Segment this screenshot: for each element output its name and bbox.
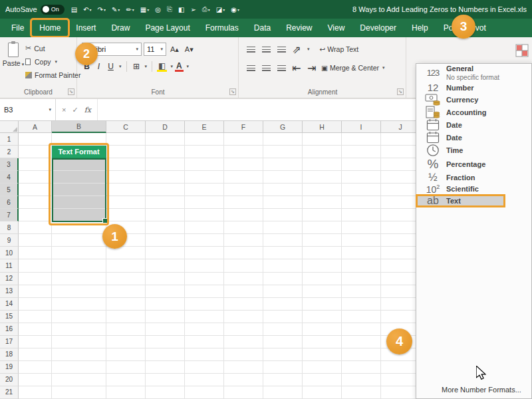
cell-H18[interactable]	[303, 348, 342, 361]
tab-review[interactable]: Review	[279, 20, 319, 36]
people-icon[interactable]: ◉▾	[231, 6, 239, 13]
cell-J2[interactable]	[381, 146, 420, 158]
cell-H10[interactable]	[303, 247, 342, 259]
cell-I10[interactable]	[342, 247, 381, 259]
cell-D14[interactable]	[146, 298, 185, 311]
cell-F2[interactable]	[224, 146, 263, 158]
underline-button[interactable]: U	[106, 62, 116, 71]
row-header-16[interactable]: 16	[0, 323, 19, 336]
column-header-A[interactable]: A	[19, 121, 52, 133]
cell-E14[interactable]	[185, 298, 224, 311]
cell-B12[interactable]	[52, 273, 106, 285]
cell-A16[interactable]	[19, 323, 52, 336]
cell-C3[interactable]	[106, 158, 146, 171]
tab-data[interactable]: Data	[247, 20, 278, 36]
cell-E8[interactable]	[185, 221, 224, 234]
cut-button[interactable]: ✂ Cut	[25, 43, 80, 53]
cell-H11[interactable]	[303, 259, 342, 272]
cell-E2[interactable]	[185, 146, 224, 158]
cell-H20[interactable]	[303, 374, 342, 386]
undo-icon[interactable]: ↶▾	[83, 6, 91, 13]
increase-font-icon[interactable]: A▴	[168, 45, 181, 55]
row-header-5[interactable]: 5	[0, 184, 19, 196]
printer-icon[interactable]: ⎙▾	[202, 5, 210, 13]
cell-E3[interactable]	[185, 158, 224, 171]
align-bottom-icon[interactable]	[275, 43, 287, 55]
cell-H15[interactable]	[303, 311, 342, 323]
font-size-select[interactable]: 11▾	[144, 43, 166, 56]
cell-C11[interactable]	[106, 259, 146, 272]
borders-button[interactable]: ⊞	[132, 62, 142, 71]
cell-A21[interactable]	[19, 386, 52, 399]
cell-G2[interactable]	[263, 146, 303, 158]
cell-G7[interactable]	[263, 209, 303, 221]
cell-C2[interactable]	[106, 146, 146, 158]
format-option-accounting[interactable]: Accounting	[416, 106, 531, 118]
row-header-2[interactable]: 2	[0, 146, 19, 158]
cell-D10[interactable]	[146, 247, 185, 259]
cell-C4[interactable]	[106, 171, 146, 184]
format-option-general[interactable]: 123GeneralNo specific format	[416, 64, 531, 82]
cell-D2[interactable]	[146, 146, 185, 158]
cell-D18[interactable]	[146, 348, 185, 361]
cell-E4[interactable]	[185, 171, 224, 184]
dialog-launcher-icon[interactable]: ⇘	[229, 88, 236, 95]
cell-G16[interactable]	[263, 323, 303, 336]
row-header-17[interactable]: 17	[0, 336, 19, 348]
cell-E9[interactable]	[185, 234, 224, 247]
cell-H19[interactable]	[303, 361, 342, 374]
cell-H16[interactable]	[303, 323, 342, 336]
format-option-date[interactable]: Date	[416, 118, 531, 131]
cell-I9[interactable]	[342, 234, 381, 247]
cell-E11[interactable]	[185, 259, 224, 272]
row-header-4[interactable]: 4	[0, 171, 19, 184]
cell-H12[interactable]	[303, 273, 342, 285]
column-header-I[interactable]: I	[342, 121, 381, 133]
cell-F8[interactable]	[224, 221, 263, 234]
cell-B4[interactable]	[52, 171, 106, 184]
cell-C18[interactable]	[106, 348, 146, 361]
row-header-12[interactable]: 12	[0, 273, 19, 285]
cancel-icon[interactable]: ×	[62, 106, 66, 114]
row-header-14[interactable]: 14	[0, 298, 19, 311]
decrease-indent-icon[interactable]: ⇤	[291, 62, 303, 74]
tab-help[interactable]: Help	[404, 20, 436, 36]
cell-A13[interactable]	[19, 285, 52, 298]
cell-A20[interactable]	[19, 374, 52, 386]
cell-E15[interactable]	[185, 311, 224, 323]
cell-J21[interactable]	[381, 386, 420, 399]
tab-page-layout[interactable]: Page Layout	[138, 20, 197, 36]
cell-G18[interactable]	[263, 348, 303, 361]
cell-I2[interactable]	[342, 146, 381, 158]
column-header-H[interactable]: H	[303, 121, 342, 133]
cell-C5[interactable]	[106, 184, 146, 196]
cell-E17[interactable]	[185, 336, 224, 348]
cell-F10[interactable]	[224, 247, 263, 259]
cell-I1[interactable]	[342, 133, 381, 146]
cell-B19[interactable]	[52, 361, 106, 374]
cell-H9[interactable]	[303, 234, 342, 247]
cell-G14[interactable]	[263, 298, 303, 311]
align-top-icon[interactable]	[245, 43, 257, 55]
cell-E6[interactable]	[185, 196, 224, 209]
cell-E5[interactable]	[185, 184, 224, 196]
cell-H4[interactable]	[303, 171, 342, 184]
cell-A19[interactable]	[19, 361, 52, 374]
autosave-toggle[interactable]: AutoSave On	[5, 5, 65, 15]
cell-F9[interactable]	[224, 234, 263, 247]
cell-B8[interactable]	[52, 221, 106, 234]
cell-I14[interactable]	[342, 298, 381, 311]
cell-A1[interactable]	[19, 133, 52, 146]
italic-button[interactable]: I	[94, 62, 104, 71]
cell-C15[interactable]	[106, 311, 146, 323]
cell-B11[interactable]	[52, 259, 106, 272]
row-header-3[interactable]: 3	[0, 158, 19, 171]
cell-F7[interactable]	[224, 209, 263, 221]
cell-B7[interactable]	[52, 209, 106, 221]
column-header-B[interactable]: B	[52, 121, 106, 133]
tab-home[interactable]: Home	[32, 20, 68, 36]
cell-I20[interactable]	[342, 374, 381, 386]
cell-J1[interactable]	[381, 133, 420, 146]
cell-D17[interactable]	[146, 336, 185, 348]
cell-A10[interactable]	[19, 247, 52, 259]
